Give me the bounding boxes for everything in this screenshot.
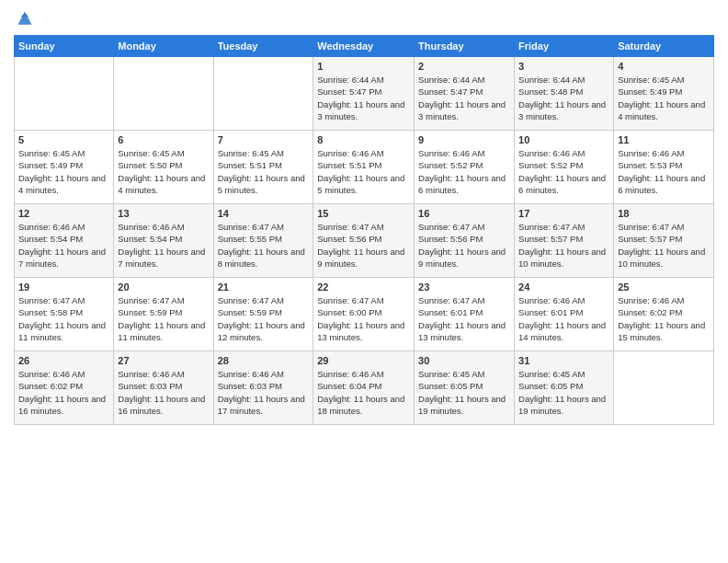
day-info: Sunrise: 6:47 AMSunset: 5:59 PMDaylight:…: [118, 294, 209, 343]
calendar-cell: 23Sunrise: 6:47 AMSunset: 6:01 PMDayligh…: [415, 278, 515, 351]
day-info: Sunrise: 6:45 AMSunset: 5:49 PMDaylight:…: [18, 147, 109, 196]
day-info: Sunrise: 6:47 AMSunset: 6:00 PMDaylight:…: [317, 294, 410, 343]
day-info: Sunrise: 6:45 AMSunset: 6:05 PMDaylight:…: [518, 368, 609, 417]
calendar-cell: 11Sunrise: 6:46 AMSunset: 5:53 PMDayligh…: [614, 131, 714, 204]
day-number: 22: [317, 282, 410, 293]
day-number: 31: [518, 355, 609, 366]
day-number: 30: [418, 355, 510, 366]
page: SundayMondayTuesdayWednesdayThursdayFrid…: [0, 0, 728, 563]
day-number: 6: [118, 134, 209, 145]
day-info: Sunrise: 6:45 AMSunset: 5:51 PMDaylight:…: [218, 147, 310, 196]
calendar-cell: 12Sunrise: 6:46 AMSunset: 5:54 PMDayligh…: [15, 204, 114, 278]
day-info: Sunrise: 6:45 AMSunset: 5:50 PMDaylight:…: [118, 147, 209, 196]
calendar-cell: 19Sunrise: 6:47 AMSunset: 5:58 PMDayligh…: [15, 278, 114, 351]
day-number: 16: [418, 208, 510, 219]
day-info: Sunrise: 6:44 AMSunset: 5:48 PMDaylight:…: [518, 74, 609, 122]
day-info: Sunrise: 6:46 AMSunset: 5:51 PMDaylight:…: [317, 147, 410, 196]
calendar-cell: 24Sunrise: 6:46 AMSunset: 6:01 PMDayligh…: [515, 278, 614, 351]
weekday-header: Sunday: [15, 36, 114, 57]
day-number: 7: [218, 134, 310, 145]
day-number: 12: [18, 208, 109, 219]
calendar-cell: 8Sunrise: 6:46 AMSunset: 5:51 PMDaylight…: [313, 131, 415, 204]
calendar-cell: 18Sunrise: 6:47 AMSunset: 5:57 PMDayligh…: [614, 204, 714, 278]
day-number: 26: [18, 355, 109, 366]
day-info: Sunrise: 6:44 AMSunset: 5:47 PMDaylight:…: [418, 74, 510, 122]
day-info: Sunrise: 6:46 AMSunset: 6:02 PMDaylight:…: [618, 294, 710, 343]
calendar-cell: 31Sunrise: 6:45 AMSunset: 6:05 PMDayligh…: [515, 351, 614, 425]
day-number: 27: [118, 355, 209, 366]
day-info: Sunrise: 6:47 AMSunset: 5:59 PMDaylight:…: [218, 294, 310, 343]
day-number: 11: [618, 134, 710, 145]
calendar-week-row: 12Sunrise: 6:46 AMSunset: 5:54 PMDayligh…: [15, 204, 714, 278]
calendar-cell: [114, 57, 213, 131]
day-number: 5: [18, 134, 109, 145]
day-number: 14: [218, 208, 310, 219]
day-number: 23: [418, 282, 510, 293]
logo-icon: [16, 9, 34, 28]
calendar-cell: 17Sunrise: 6:47 AMSunset: 5:57 PMDayligh…: [515, 204, 614, 278]
day-info: Sunrise: 6:46 AMSunset: 5:52 PMDaylight:…: [518, 147, 609, 196]
weekday-header: Tuesday: [213, 36, 313, 57]
calendar-cell: 5Sunrise: 6:45 AMSunset: 5:49 PMDaylight…: [15, 131, 114, 204]
day-number: 28: [218, 355, 310, 366]
calendar-cell: 30Sunrise: 6:45 AMSunset: 6:05 PMDayligh…: [415, 351, 515, 425]
weekday-header: Friday: [515, 36, 614, 57]
calendar-week-row: 19Sunrise: 6:47 AMSunset: 5:58 PMDayligh…: [15, 278, 714, 351]
day-number: 20: [118, 282, 209, 293]
day-info: Sunrise: 6:46 AMSunset: 5:53 PMDaylight:…: [618, 147, 710, 196]
day-number: 4: [618, 61, 710, 72]
weekday-row: SundayMondayTuesdayWednesdayThursdayFrid…: [15, 36, 714, 57]
day-number: 13: [118, 208, 209, 219]
calendar-cell: 28Sunrise: 6:46 AMSunset: 6:03 PMDayligh…: [213, 351, 313, 425]
day-info: Sunrise: 6:46 AMSunset: 6:02 PMDaylight:…: [18, 368, 109, 417]
calendar-cell: 10Sunrise: 6:46 AMSunset: 5:52 PMDayligh…: [515, 131, 614, 204]
calendar-week-row: 5Sunrise: 6:45 AMSunset: 5:49 PMDaylight…: [15, 131, 714, 204]
day-info: Sunrise: 6:46 AMSunset: 6:03 PMDaylight:…: [118, 368, 209, 417]
calendar-cell: 26Sunrise: 6:46 AMSunset: 6:02 PMDayligh…: [15, 351, 114, 425]
calendar-cell: [15, 57, 114, 131]
day-number: 29: [317, 355, 410, 366]
weekday-header: Saturday: [614, 36, 714, 57]
calendar-cell: 29Sunrise: 6:46 AMSunset: 6:04 PMDayligh…: [313, 351, 415, 425]
day-number: 9: [418, 134, 510, 145]
calendar-cell: 4Sunrise: 6:45 AMSunset: 5:49 PMDaylight…: [614, 57, 714, 131]
header: [14, 9, 714, 28]
calendar-cell: 13Sunrise: 6:46 AMSunset: 5:54 PMDayligh…: [114, 204, 213, 278]
day-number: 15: [317, 208, 410, 219]
day-info: Sunrise: 6:47 AMSunset: 5:56 PMDaylight:…: [418, 221, 510, 270]
day-info: Sunrise: 6:47 AMSunset: 5:56 PMDaylight:…: [317, 221, 410, 270]
day-info: Sunrise: 6:46 AMSunset: 5:54 PMDaylight:…: [118, 221, 209, 270]
calendar-body: 1Sunrise: 6:44 AMSunset: 5:47 PMDaylight…: [15, 57, 714, 425]
calendar-cell: [213, 57, 313, 131]
day-number: 24: [518, 282, 609, 293]
calendar-cell: 6Sunrise: 6:45 AMSunset: 5:50 PMDaylight…: [114, 131, 213, 204]
calendar-cell: 16Sunrise: 6:47 AMSunset: 5:56 PMDayligh…: [415, 204, 515, 278]
weekday-header: Monday: [114, 36, 213, 57]
day-info: Sunrise: 6:45 AMSunset: 5:49 PMDaylight:…: [618, 74, 710, 122]
calendar-cell: 27Sunrise: 6:46 AMSunset: 6:03 PMDayligh…: [114, 351, 213, 425]
day-info: Sunrise: 6:44 AMSunset: 5:47 PMDaylight:…: [317, 74, 410, 122]
day-info: Sunrise: 6:47 AMSunset: 5:55 PMDaylight:…: [218, 221, 310, 270]
day-number: 10: [518, 134, 609, 145]
day-info: Sunrise: 6:47 AMSunset: 5:57 PMDaylight:…: [618, 221, 710, 270]
calendar-cell: 3Sunrise: 6:44 AMSunset: 5:48 PMDaylight…: [515, 57, 614, 131]
day-info: Sunrise: 6:47 AMSunset: 6:01 PMDaylight:…: [418, 294, 510, 343]
day-number: 3: [518, 61, 609, 72]
calendar-week-row: 1Sunrise: 6:44 AMSunset: 5:47 PMDaylight…: [15, 57, 714, 131]
day-info: Sunrise: 6:45 AMSunset: 6:05 PMDaylight:…: [418, 368, 510, 417]
calendar-week-row: 26Sunrise: 6:46 AMSunset: 6:02 PMDayligh…: [15, 351, 714, 425]
day-number: 21: [218, 282, 310, 293]
calendar-cell: 21Sunrise: 6:47 AMSunset: 5:59 PMDayligh…: [213, 278, 313, 351]
weekday-header: Wednesday: [313, 36, 415, 57]
weekday-header: Thursday: [415, 36, 515, 57]
day-info: Sunrise: 6:46 AMSunset: 6:03 PMDaylight:…: [218, 368, 310, 417]
day-info: Sunrise: 6:46 AMSunset: 6:01 PMDaylight:…: [518, 294, 609, 343]
day-info: Sunrise: 6:47 AMSunset: 5:57 PMDaylight:…: [518, 221, 609, 270]
calendar-cell: 15Sunrise: 6:47 AMSunset: 5:56 PMDayligh…: [313, 204, 415, 278]
day-info: Sunrise: 6:47 AMSunset: 5:58 PMDaylight:…: [18, 294, 109, 343]
calendar-cell: 7Sunrise: 6:45 AMSunset: 5:51 PMDaylight…: [213, 131, 313, 204]
day-number: 8: [317, 134, 410, 145]
calendar-cell: 2Sunrise: 6:44 AMSunset: 5:47 PMDaylight…: [415, 57, 515, 131]
day-info: Sunrise: 6:46 AMSunset: 5:52 PMDaylight:…: [418, 147, 510, 196]
calendar-cell: 25Sunrise: 6:46 AMSunset: 6:02 PMDayligh…: [614, 278, 714, 351]
